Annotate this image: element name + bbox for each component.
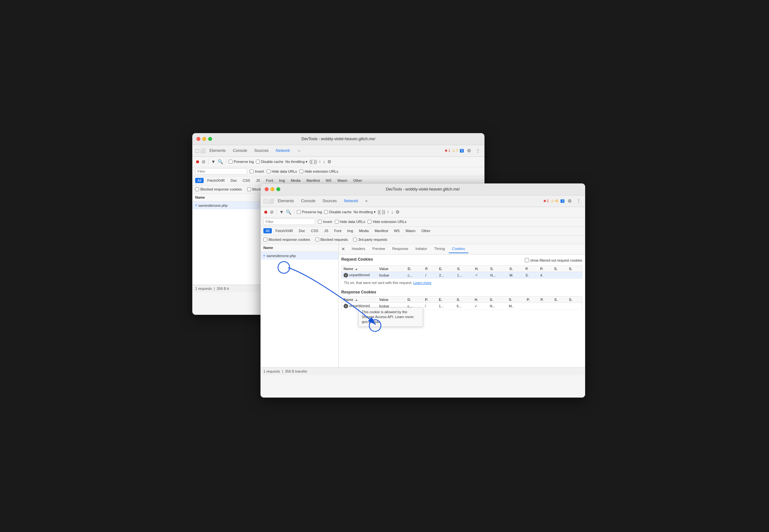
hide-ext-urls-label-1[interactable]: Hide extension URLs (299, 169, 338, 173)
tab-console-1[interactable]: Console (229, 147, 250, 154)
detail-tab-timing-2[interactable]: Timing (431, 245, 448, 253)
maximize-button-1[interactable] (208, 137, 212, 141)
tab-sources-2[interactable]: Sources (319, 197, 340, 204)
settings2-icon-1[interactable]: ⚙ (327, 159, 331, 164)
disable-cache-label-1[interactable]: Disable cache (256, 160, 283, 164)
name-item-2[interactable]: ≡ samesitenone.php (261, 252, 338, 260)
hide-ext-checkbox-2[interactable] (367, 220, 371, 224)
settings-icon-1[interactable]: ⚙ (466, 147, 473, 154)
type-fetch-1[interactable]: Fetch/XHR (205, 178, 227, 183)
type-img-2[interactable]: Img (345, 228, 355, 233)
show-filtered-label[interactable]: show filtered out request cookies (525, 258, 582, 262)
disable-cache-checkbox-1[interactable] (256, 160, 260, 164)
settings2-icon-2[interactable]: ⚙ (396, 209, 400, 215)
hide-data-urls-checkbox-2[interactable] (335, 220, 339, 224)
detail-tab-preview-2[interactable]: Preview (369, 245, 389, 253)
tab-elements-1[interactable]: Elements (206, 147, 229, 154)
preserve-log-checkbox-1[interactable] (229, 160, 232, 164)
blocked-resp-checkbox-2[interactable] (263, 238, 267, 241)
search-icon-1[interactable]: 🔍 (217, 159, 223, 164)
tab-sources-1[interactable]: Sources (251, 147, 272, 154)
upload-icon-1[interactable]: ↑ (319, 159, 321, 164)
show-filtered-checkbox[interactable] (525, 258, 529, 262)
type-ws-2[interactable]: WS (392, 228, 402, 233)
hide-data-urls-label-1[interactable]: Hide data URLs (267, 169, 297, 173)
type-manifest-1[interactable]: Manifest (304, 178, 322, 183)
disable-cache-checkbox-2[interactable] (324, 210, 328, 214)
tab-network-2[interactable]: Network (341, 197, 361, 204)
device-icon-2[interactable]: ⬜ (268, 198, 274, 204)
detail-tab-response-2[interactable]: Response (389, 245, 412, 253)
type-font-2[interactable]: Font (332, 228, 343, 233)
type-other-2[interactable]: Other (419, 228, 433, 233)
preserve-log-checkbox-2[interactable] (297, 210, 301, 214)
hide-ext-checkbox-1[interactable] (299, 169, 303, 173)
invert-checkbox-2[interactable] (318, 220, 322, 224)
detail-tab-initiator-2[interactable]: Initiator (412, 245, 430, 253)
preserve-log-label-2[interactable]: Preserve log (297, 210, 322, 214)
disable-cache-label-2[interactable]: Disable cache (324, 210, 352, 214)
filter-icon-2[interactable]: ▼ (279, 209, 284, 215)
type-wasm-2[interactable]: Wasm (403, 228, 418, 233)
throttle-select-2[interactable]: No throttling ▾ (353, 210, 376, 214)
type-fetch-2[interactable]: Fetch/XHR (273, 228, 295, 233)
invert-label-1[interactable]: Invert (250, 169, 264, 173)
type-wasm-1[interactable]: Wasm (335, 178, 350, 183)
more-icon-2[interactable]: ⋮ (575, 198, 582, 204)
third-party-label-2[interactable]: 3rd-party requests (353, 238, 387, 241)
type-css-2[interactable]: CSS (309, 228, 321, 233)
tab-more-1[interactable]: » (294, 147, 304, 155)
invert-label-2[interactable]: Invert (318, 220, 332, 224)
hide-data-urls-label-2[interactable]: Hide data URLs (335, 220, 365, 224)
type-media-2[interactable]: Media (356, 228, 371, 233)
record-icon-1[interactable]: ⏺ (195, 159, 200, 164)
tab-network-1[interactable]: Network (272, 147, 293, 154)
third-party-checkbox-2[interactable] (353, 238, 357, 241)
minimize-button-1[interactable] (202, 137, 206, 141)
detail-tab-cookies-2[interactable]: Cookies (449, 245, 468, 253)
detail-tab-headers-2[interactable]: Headers (348, 245, 368, 253)
clear-icon-2[interactable]: ⊘ (270, 209, 274, 215)
device-icon-1[interactable]: ⬜ (200, 148, 205, 153)
learn-more-link-2[interactable]: Learn more (413, 281, 431, 285)
minimize-button-2[interactable] (270, 187, 274, 191)
upload-icon-2[interactable]: ↑ (387, 209, 390, 215)
type-js-1[interactable]: JS (254, 178, 262, 183)
type-css-1[interactable]: CSS (241, 178, 253, 183)
type-doc-1[interactable]: Doc (228, 178, 239, 183)
type-media-1[interactable]: Media (288, 178, 303, 183)
maximize-button-2[interactable] (276, 187, 280, 191)
preserve-log-label-1[interactable]: Preserve log (229, 160, 254, 164)
req-cookie-row-2[interactable]: i unpartitioned foobar c... / 2... 1... … (341, 272, 582, 278)
blocked-req-checkbox-1[interactable] (247, 187, 251, 191)
tab-console-2[interactable]: Console (298, 197, 318, 204)
blocked-req-checkbox-2[interactable] (315, 238, 319, 241)
record-icon-2[interactable]: ⏺ (263, 209, 268, 215)
close-button-2[interactable] (265, 187, 268, 191)
throttle-select-1[interactable]: No throttling ▾ (285, 160, 307, 164)
blocked-req-label-2[interactable]: Blocked requests (315, 238, 348, 241)
clear-icon-1[interactable]: ⊘ (202, 159, 205, 164)
hide-data-urls-checkbox-1[interactable] (267, 169, 270, 173)
type-other-1[interactable]: Other (351, 178, 364, 183)
blocked-resp-label-1[interactable]: Blocked response cookies (195, 187, 242, 191)
settings-icon-2[interactable]: ⚙ (566, 198, 573, 204)
blocked-resp-checkbox-1[interactable] (195, 187, 199, 191)
tab-elements-2[interactable]: Elements (274, 197, 297, 204)
filter-icon-1[interactable]: ▼ (211, 159, 216, 164)
type-img-1[interactable]: Img (277, 178, 287, 183)
search-icon-2[interactable]: 🔍 (286, 209, 291, 215)
detail-close-2[interactable]: ✕ (341, 246, 345, 252)
blocked-resp-label-2[interactable]: Blocked response cookies (263, 238, 310, 241)
tab-more-2[interactable]: » (362, 197, 371, 204)
type-manifest-2[interactable]: Manifest (372, 228, 391, 233)
type-all-2[interactable]: All (263, 228, 272, 233)
inspect-icon-1[interactable]: ⬚ (195, 148, 199, 153)
type-font-1[interactable]: Font (264, 178, 275, 183)
download-icon-1[interactable]: ↓ (323, 159, 325, 164)
type-all-1[interactable]: All (195, 178, 204, 183)
hide-ext-urls-label-2[interactable]: Hide extension URLs (367, 220, 406, 224)
type-ws-1[interactable]: WS (323, 178, 334, 183)
inspect-icon-2[interactable]: ⬚ (263, 198, 267, 204)
filter-input-1[interactable] (195, 168, 247, 175)
